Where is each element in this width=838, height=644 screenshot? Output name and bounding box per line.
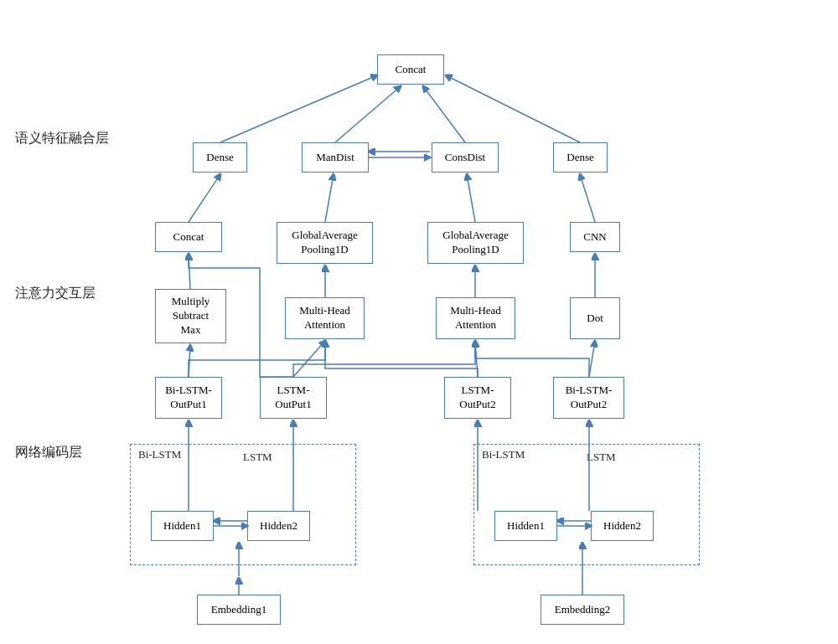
svg-line-25 (220, 75, 377, 142)
globalavg1-node: GlobalAveragePooling1D (277, 222, 373, 264)
bilstm-out2-node: Bi-LSTM-OutPut2 (553, 377, 624, 419)
arrows-svg (0, 0, 838, 644)
diagram-container: 语义特征融合层 注意力交互层 网络编码层 Bi-LSTM LSTM Bi-LST… (0, 0, 838, 644)
svg-line-21 (467, 174, 475, 222)
lstm-label-left: LSTM (243, 451, 272, 464)
bilstm-out1-node: Bi-LSTM-OutPut1 (155, 377, 222, 419)
svg-line-20 (325, 174, 334, 222)
dot-node: Dot (570, 297, 620, 339)
svg-line-11 (189, 345, 190, 377)
concat-left-node: Concat (155, 222, 222, 252)
dense-right-node: Dense (553, 142, 608, 173)
concat-top-node: Concat (377, 54, 444, 85)
svg-line-27 (423, 86, 465, 142)
embedding2-node: Embedding2 (541, 595, 624, 625)
multihead-attn2-node: Multi-HeadAttention (436, 297, 515, 339)
multihead-attn1-node: Multi-HeadAttention (285, 297, 365, 339)
embedding1-node: Embedding1 (197, 595, 281, 625)
svg-line-19 (189, 174, 220, 222)
svg-line-28 (446, 75, 580, 142)
multiply-subtract-max-node: MultiplySubtractMax (155, 289, 226, 343)
svg-line-15 (189, 254, 190, 289)
hidden2-right-node: Hidden2 (591, 511, 654, 541)
lstm-label-right: LSTM (587, 451, 616, 464)
lstm-out1-node: LSTM-OutPut1 (260, 377, 327, 419)
svg-line-13 (475, 341, 478, 377)
consdist-node: ConsDist (432, 142, 499, 173)
mandist-node: ManDist (302, 142, 369, 173)
hidden1-left-node: Hidden1 (151, 511, 214, 541)
cnn-node: CNN (570, 222, 620, 252)
bilstm-label-left: Bi-LSTM (138, 448, 181, 461)
encoding-layer-label: 网络编码层 (15, 444, 82, 461)
hidden2-left-node: Hidden2 (247, 511, 310, 541)
svg-line-26 (335, 86, 401, 142)
hidden1-right-node: Hidden1 (494, 511, 557, 541)
dense-left-node: Dense (193, 142, 247, 173)
attention-layer-label: 注意力交互层 (15, 285, 96, 302)
fusion-layer-label: 语义特征融合层 (15, 130, 109, 147)
svg-line-22 (580, 174, 595, 222)
svg-line-12 (293, 341, 325, 377)
bilstm-label-right: Bi-LSTM (482, 448, 525, 461)
globalavg2-node: GlobalAveragePooling1D (427, 222, 524, 264)
lstm-out2-node: LSTM-OutPut2 (444, 377, 511, 419)
svg-line-14 (589, 341, 595, 377)
